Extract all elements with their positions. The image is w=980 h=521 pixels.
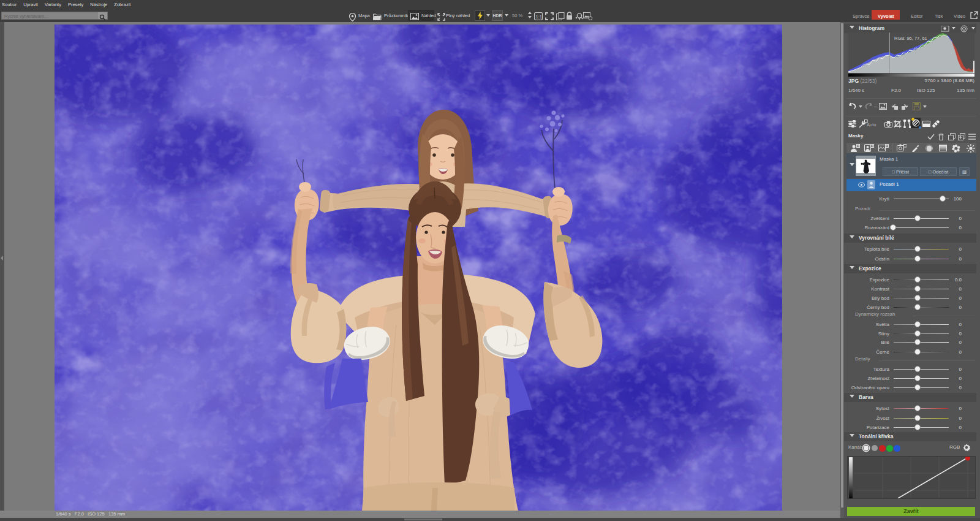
svg-text:RGB: 96, 77, 61: RGB: 96, 77, 61 [894, 36, 927, 41]
svg-text:1:1: 1:1 [536, 14, 542, 20]
